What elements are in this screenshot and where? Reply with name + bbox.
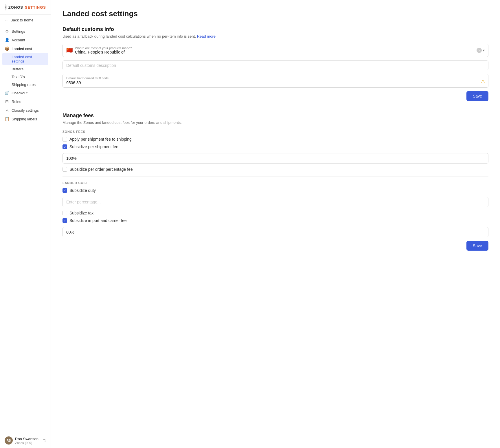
- user-org: Zonos (909): [15, 441, 41, 445]
- classify-icon: △: [5, 108, 9, 113]
- landed-cost-icon: 📦: [5, 46, 9, 51]
- sidebar-item-landed-cost[interactable]: 📦 Landed cost: [0, 44, 51, 53]
- shipping-rates-label: Shipping rates: [12, 82, 36, 87]
- landed-cost-settings-label: Landed cost settings: [12, 55, 44, 63]
- customs-section-desc: Used as a fallback during landed cost ca…: [62, 34, 488, 38]
- rules-icon: ⊞: [5, 99, 9, 104]
- customs-info-section: Default customs info Used as a fallback …: [62, 26, 488, 101]
- sidebar-item-rules-label: Rules: [12, 100, 21, 104]
- shipping-labels-icon: 📋: [5, 117, 9, 121]
- user-name: Ron Swanson: [15, 437, 41, 441]
- checkout-icon: 🛒: [5, 91, 9, 95]
- settings-icon: ⚙: [5, 29, 9, 34]
- subsidize-per-shipment-checkbox[interactable]: [62, 144, 67, 149]
- sidebar-item-landed-cost-label: Landed cost: [12, 47, 32, 51]
- subsidize-duty-checkbox[interactable]: [62, 188, 67, 193]
- tariff-code-input[interactable]: [66, 80, 481, 85]
- page-title: Landed cost settings: [62, 9, 488, 18]
- sidebar-item-shipping-labels-label: Shipping labels: [12, 117, 37, 121]
- subsidize-import-row: Subsidize import and carrier fee: [62, 218, 488, 223]
- customs-description-field: [62, 60, 488, 70]
- apply-per-shipment-label: Apply per shipment fee to shipping: [69, 137, 132, 142]
- logo-settings: SETTINGS: [25, 5, 46, 10]
- country-label-area: Where are most of your products made? Ch…: [75, 46, 474, 54]
- sidebar-item-shipping-rates[interactable]: Shipping rates: [0, 81, 51, 89]
- duty-percentage-input[interactable]: [62, 197, 488, 207]
- back-button-label: Back to home: [10, 18, 34, 22]
- sidebar-item-buffers[interactable]: Buffers: [0, 65, 51, 73]
- avatar: RS: [5, 436, 13, 445]
- sidebar-item-landed-cost-settings[interactable]: Landed cost settings: [2, 53, 48, 65]
- subsidize-import-checkbox[interactable]: [62, 218, 67, 223]
- user-menu[interactable]: RS Ron Swanson Zonos (909) ⇅: [0, 433, 51, 448]
- account-icon: 👤: [5, 38, 9, 42]
- tariff-code-field: Default harmonized tariff code △: [62, 74, 488, 88]
- country-field-label: Where are most of your products made?: [75, 46, 474, 50]
- country-flag-icon: 🇨🇳: [66, 47, 73, 54]
- logo-name: ZONOS: [8, 5, 23, 10]
- country-select[interactable]: 🇨🇳 Where are most of your products made?…: [62, 44, 488, 57]
- sidebar-item-account[interactable]: 👤 Account: [0, 36, 51, 44]
- user-menu-chevron-icon: ⇅: [43, 438, 46, 443]
- back-arrow-icon: ←: [5, 18, 9, 22]
- sidebar-item-classify-label: Classify settings: [12, 108, 39, 113]
- tax-ids-label: Tax ID's: [12, 75, 25, 79]
- landed-cost-label: LANDED COST: [62, 181, 488, 185]
- logo-icon: Z: [5, 4, 7, 10]
- nav-section-main: ⚙ Settings 👤 Account 📦 Landed cost Lande…: [0, 25, 51, 125]
- read-more-link[interactable]: Read more: [197, 34, 216, 38]
- fees-section-title: Manage fees: [62, 113, 488, 119]
- fees-save-button[interactable]: Save: [466, 241, 488, 251]
- fees-section-desc: Manage the Zonos and landed cost fees fo…: [62, 120, 488, 125]
- sidebar-item-classify-settings[interactable]: △ Classify settings: [0, 106, 51, 115]
- import-percentage-input[interactable]: [62, 227, 488, 237]
- sidebar-logo: Z ZONOS SETTINGS: [0, 0, 51, 15]
- buffers-label: Buffers: [12, 67, 23, 71]
- sidebar-item-settings[interactable]: ⚙ Settings: [0, 27, 51, 36]
- nav-sub-landed-cost: Landed cost settings Buffers Tax ID's Sh…: [0, 53, 51, 89]
- sidebar-item-checkout-label: Checkout: [12, 91, 27, 95]
- sidebar-item-settings-label: Settings: [12, 29, 25, 34]
- subsidize-tax-label: Subsidize tax: [69, 211, 93, 215]
- subsidize-duty-label: Subsidize duty: [69, 188, 96, 193]
- customs-save-button[interactable]: Save: [466, 91, 488, 101]
- fees-section: Manage fees Manage the Zonos and landed …: [62, 113, 488, 251]
- customs-description-input[interactable]: [66, 63, 485, 68]
- apply-per-shipment-checkbox[interactable]: [62, 137, 67, 142]
- subsidize-per-shipment-label: Subsidize per shipment fee: [69, 144, 118, 149]
- customs-section-title: Default customs info: [62, 26, 488, 32]
- sidebar-item-rules[interactable]: ⊞ Rules: [0, 97, 51, 106]
- sidebar: Z ZONOS SETTINGS ← Back to home ⚙ Settin…: [0, 0, 51, 448]
- tariff-warning-icon: △: [481, 78, 485, 84]
- subsidize-order-checkbox[interactable]: [62, 167, 67, 172]
- subsidize-import-label: Subsidize import and carrier fee: [69, 218, 127, 223]
- subsidize-order-row: Subsidize per order percentage fee: [62, 167, 488, 172]
- sidebar-item-tax-ids[interactable]: Tax ID's: [0, 73, 51, 81]
- apply-per-shipment-row: Apply per shipment fee to shipping: [62, 137, 488, 142]
- tariff-field-label: Default harmonized tariff code: [66, 76, 481, 80]
- subsidize-order-label: Subsidize per order percentage fee: [69, 167, 133, 172]
- section-divider: [62, 176, 488, 177]
- country-value: China, People's Republic of: [75, 50, 474, 54]
- subsidize-per-shipment-row: Subsidize per shipment fee: [62, 144, 488, 149]
- zonos-fees-label: ZONOS FEES: [62, 130, 488, 133]
- clear-country-button[interactable]: ✕: [477, 48, 482, 53]
- subsidize-tax-checkbox[interactable]: [62, 211, 67, 215]
- sidebar-item-shipping-labels[interactable]: 📋 Shipping labels: [0, 115, 51, 123]
- subsidize-tax-row: Subsidize tax: [62, 211, 488, 215]
- country-actions: ✕ ▾: [477, 48, 485, 53]
- sidebar-item-checkout[interactable]: 🛒 Checkout: [0, 89, 51, 97]
- back-to-home-button[interactable]: ← Back to home: [0, 15, 51, 25]
- subsidize-shipment-input[interactable]: [62, 153, 488, 164]
- sidebar-item-account-label: Account: [12, 38, 25, 42]
- subsidize-duty-row: Subsidize duty: [62, 188, 488, 193]
- country-chevron-icon: ▾: [483, 48, 485, 52]
- main-content: Landed cost settings Default customs inf…: [51, 0, 500, 448]
- user-info: Ron Swanson Zonos (909): [15, 437, 41, 445]
